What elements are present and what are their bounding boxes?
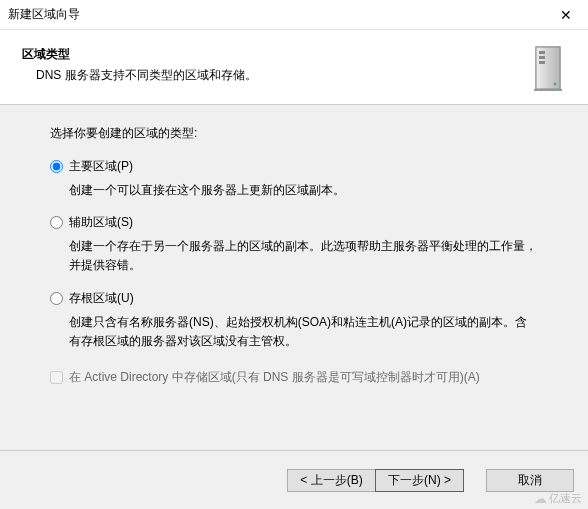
zone-type-radio-group: 主要区域(P) 创建一个可以直接在这个服务器上更新的区域副本。 辅助区域(S) …: [50, 158, 538, 386]
back-button[interactable]: < 上一步(B): [287, 469, 375, 492]
svg-point-5: [554, 83, 557, 86]
radio-primary-desc: 创建一个可以直接在这个服务器上更新的区域副本。: [69, 181, 538, 200]
window-title: 新建区域向导: [8, 6, 80, 23]
close-button[interactable]: ✕: [543, 0, 588, 30]
titlebar: 新建区域向导 ✕: [0, 0, 588, 30]
wizard-content: 选择你要创建的区域的类型: 主要区域(P) 创建一个可以直接在这个服务器上更新的…: [0, 105, 588, 450]
next-button[interactable]: 下一步(N) >: [375, 469, 464, 492]
radio-secondary-label[interactable]: 辅助区域(S): [69, 214, 133, 231]
server-tower-icon: [530, 44, 570, 94]
svg-rect-4: [539, 61, 545, 64]
cancel-button[interactable]: 取消: [486, 469, 574, 492]
intro-text: 选择你要创建的区域的类型:: [50, 125, 538, 142]
close-icon: ✕: [560, 7, 572, 23]
radio-primary-label[interactable]: 主要区域(P): [69, 158, 133, 175]
radio-stub[interactable]: [50, 292, 63, 305]
radio-primary[interactable]: [50, 160, 63, 173]
ad-storage-checkbox-row: 在 Active Directory 中存储区域(只有 DNS 服务器是可写域控…: [50, 369, 538, 386]
svg-rect-6: [534, 89, 562, 91]
radio-secondary-desc: 创建一个存在于另一个服务器上的区域的副本。此选项帮助主服务器平衡处理的工作量，并…: [69, 237, 538, 275]
radio-secondary[interactable]: [50, 216, 63, 229]
ad-storage-checkbox: [50, 371, 63, 384]
ad-storage-label: 在 Active Directory 中存储区域(只有 DNS 服务器是可写域控…: [69, 369, 480, 386]
header-text-block: 区域类型 DNS 服务器支持不同类型的区域和存储。: [22, 44, 257, 84]
radio-stub-label[interactable]: 存根区域(U): [69, 290, 134, 307]
header-subtitle: DNS 服务器支持不同类型的区域和存储。: [22, 67, 257, 84]
svg-rect-2: [539, 51, 545, 54]
radio-option-stub: 存根区域(U) 创建只含有名称服务器(NS)、起始授权机构(SOA)和粘连主机(…: [50, 290, 538, 351]
svg-rect-3: [539, 56, 545, 59]
radio-option-secondary: 辅助区域(S) 创建一个存在于另一个服务器上的区域的副本。此选项帮助主服务器平衡…: [50, 214, 538, 275]
wizard-button-bar: < 上一步(B) 下一步(N) > 取消: [0, 450, 588, 509]
radio-stub-desc: 创建只含有名称服务器(NS)、起始授权机构(SOA)和粘连主机(A)记录的区域的…: [69, 313, 538, 351]
header-title: 区域类型: [22, 46, 257, 63]
wizard-header: 区域类型 DNS 服务器支持不同类型的区域和存储。: [0, 30, 588, 105]
radio-option-primary: 主要区域(P) 创建一个可以直接在这个服务器上更新的区域副本。: [50, 158, 538, 200]
nav-button-group: < 上一步(B) 下一步(N) >: [287, 469, 464, 492]
